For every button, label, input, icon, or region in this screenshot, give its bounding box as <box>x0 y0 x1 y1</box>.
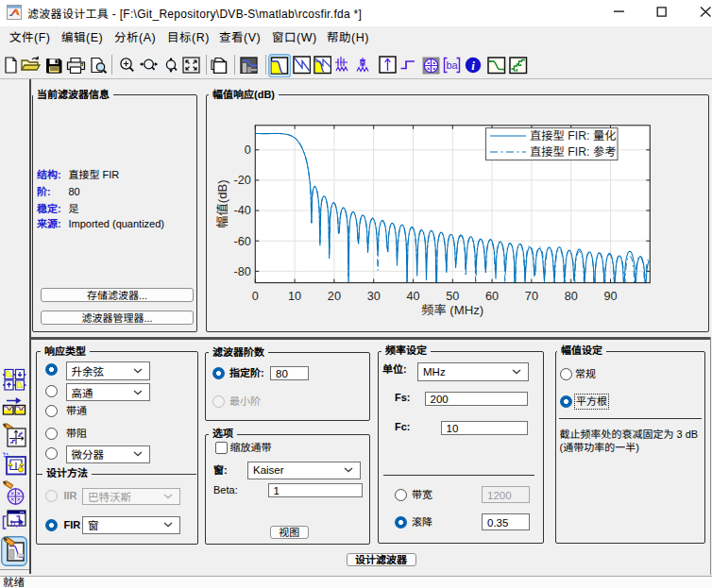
svg-text:幅值(dB): 幅值(dB) <box>215 179 229 227</box>
svg-text:80: 80 <box>565 290 578 303</box>
svg-text:90: 90 <box>603 290 617 303</box>
svg-text:20: 20 <box>328 290 341 303</box>
svg-text:0: 0 <box>245 143 251 157</box>
svg-text:40: 40 <box>406 290 419 303</box>
svg-text:50: 50 <box>446 290 459 303</box>
svg-text:60: 60 <box>485 290 499 303</box>
svg-text:0: 0 <box>252 290 259 303</box>
svg-text:-20: -20 <box>233 174 250 187</box>
svg-text:10: 10 <box>288 290 301 303</box>
svg-text:-80: -80 <box>233 265 250 278</box>
svg-text:ba: ba <box>446 59 458 71</box>
svg-text:-40: -40 <box>233 204 250 217</box>
svg-text:-60: -60 <box>233 235 250 248</box>
svg-text:70: 70 <box>525 290 538 303</box>
svg-text:直接型 FIR: 参考: 直接型 FIR: 参考 <box>530 145 617 159</box>
svg-text:直接型 FIR: 量化: 直接型 FIR: 量化 <box>530 129 617 143</box>
svg-text:30: 30 <box>367 290 381 303</box>
svg-text:i: i <box>471 58 475 72</box>
svg-text:频率 (MHz): 频率 (MHz) <box>421 303 483 317</box>
